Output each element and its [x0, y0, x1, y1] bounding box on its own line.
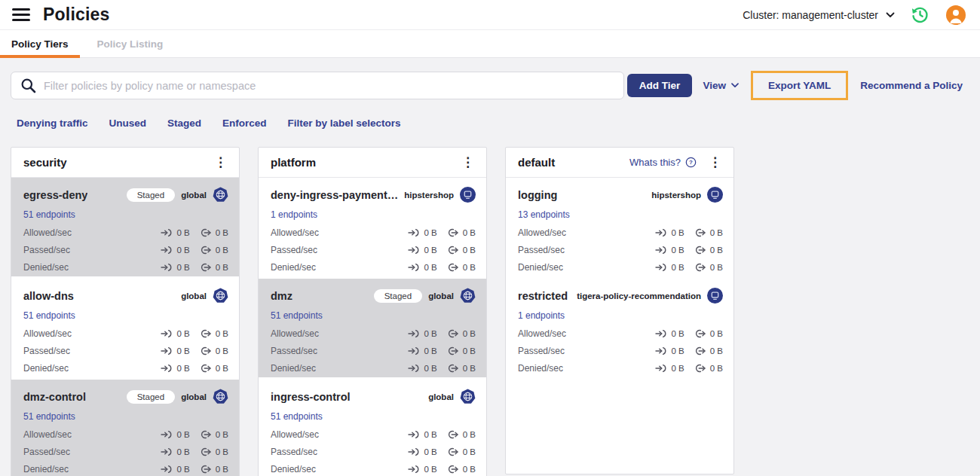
cluster-selector[interactable]: Cluster: management-cluster	[743, 9, 895, 21]
policy-card[interactable]: egress-deny Staged global 51 endpoints	[11, 178, 239, 276]
scope-label: global	[428, 392, 454, 401]
filter-unused[interactable]: Unused	[109, 117, 147, 129]
globe-scope-icon	[213, 389, 228, 404]
stat-values: 0 B 0 B	[161, 447, 228, 456]
ingress-traffic-icon	[161, 263, 173, 272]
staged-badge: Staged	[127, 188, 175, 202]
ingress-stat: 0 B	[408, 329, 436, 338]
endpoints-link[interactable]: 51 endpoints	[23, 209, 75, 220]
stat-label: Denied/sec	[271, 464, 316, 474]
endpoints-link[interactable]: 1 endpoints	[271, 209, 317, 220]
stat-values: 0 B 0 B	[408, 346, 476, 355]
namespace-icon	[707, 288, 723, 304]
stat-values: 0 B 0 B	[161, 246, 228, 255]
stat-row: Denied/sec 0 B	[23, 362, 228, 374]
tier-name: default	[518, 156, 555, 169]
egress-traffic-icon	[200, 329, 212, 338]
help-icon: ?	[685, 157, 697, 168]
policy-card[interactable]: deny-ingress-paymentservi… hipstershop 1…	[259, 178, 486, 276]
search-icon	[20, 78, 36, 93]
tab-policy-listing[interactable]: Policy Listing	[86, 30, 175, 57]
egress-stat: 0 B	[447, 430, 476, 439]
policy-name: logging	[518, 189, 557, 201]
endpoints-link[interactable]: 51 endpoints	[23, 411, 75, 422]
policy-card[interactable]: dmz Staged global 51 endpoints Allowed	[259, 276, 486, 377]
stat-label: Allowed/sec	[23, 429, 72, 440]
policy-card[interactable]: restricted tigera-policy-recommendation …	[506, 276, 733, 377]
filter-enforced[interactable]: Enforced	[222, 117, 267, 129]
filter-denying-traffic[interactable]: Denying traffic	[17, 117, 88, 129]
egress-stat: 0 B	[200, 447, 228, 456]
recommend-policy-button[interactable]: Recommend a Policy	[860, 80, 963, 91]
scope-label: global	[181, 392, 207, 401]
egress-traffic-icon	[447, 430, 459, 439]
policy-filter-input[interactable]	[44, 80, 614, 92]
filter-filter-by-label-selectors[interactable]: Filter by label selectors	[288, 117, 401, 129]
policy-card[interactable]: dmz-control Staged global 51 endpoints	[11, 377, 239, 476]
stat-values: 0 B 0 B	[161, 430, 228, 439]
filter-staged[interactable]: Staged	[167, 117, 201, 129]
egress-traffic-icon	[200, 228, 212, 237]
stat-row: Denied/sec 0 B	[23, 463, 228, 474]
ingress-value: 0 B	[176, 364, 189, 373]
staged-badge: Staged	[374, 289, 422, 303]
tier-help-link[interactable]: Whats this? ?	[629, 157, 697, 168]
scope-label: global	[181, 291, 207, 301]
egress-traffic-icon	[447, 246, 459, 255]
policy-card-header: dmz-control Staged global	[23, 388, 228, 405]
stat-label: Passed/sec	[271, 447, 317, 457]
view-dropdown[interactable]: View	[703, 80, 739, 91]
kebab-menu-icon[interactable]: ⋮	[457, 156, 479, 169]
page-title: Policies	[43, 5, 110, 25]
egress-value: 0 B	[216, 228, 228, 237]
endpoints-link[interactable]: 1 endpoints	[518, 310, 565, 321]
export-yaml-button[interactable]: Export YAML	[751, 71, 848, 100]
add-tier-button[interactable]: Add Tier	[627, 74, 693, 97]
egress-value: 0 B	[463, 263, 476, 272]
egress-stat: 0 B	[200, 329, 228, 338]
hamburger-menu-icon[interactable]	[12, 7, 30, 23]
kebab-menu-icon[interactable]: ⋮	[704, 156, 726, 169]
egress-value: 0 B	[216, 329, 228, 338]
egress-value: 0 B	[463, 430, 476, 439]
stat-label: Denied/sec	[518, 262, 563, 273]
egress-value: 0 B	[710, 246, 723, 255]
ingress-value: 0 B	[176, 430, 189, 439]
ingress-traffic-icon	[408, 246, 420, 255]
scope-label: tigera-policy-recommendation	[577, 291, 701, 301]
globe-scope-icon	[460, 389, 476, 404]
endpoints-link[interactable]: 51 endpoints	[271, 310, 323, 321]
tab-policy-tiers[interactable]: Policy Tiers	[0, 30, 80, 57]
ingress-value: 0 B	[176, 246, 189, 255]
kebab-menu-icon[interactable]: ⋮	[210, 156, 231, 169]
policy-name: allow-dns	[23, 290, 74, 302]
tier-cards: logging hipstershop 13 endpoints Allowed…	[506, 178, 733, 377]
egress-stat: 0 B	[694, 263, 723, 272]
endpoints-link[interactable]: 13 endpoints	[518, 209, 570, 220]
stat-rows: Allowed/sec 0 B	[23, 429, 228, 474]
user-avatar[interactable]	[945, 5, 966, 26]
egress-value: 0 B	[710, 228, 723, 237]
policy-card-header: ingress-control global	[271, 388, 476, 405]
ingress-stat: 0 B	[655, 329, 684, 338]
stat-label: Allowed/sec	[23, 328, 72, 339]
ingress-traffic-icon	[408, 430, 420, 439]
ingress-value: 0 B	[671, 263, 684, 272]
policy-card[interactable]: ingress-control global 51 endpoints A	[259, 377, 486, 476]
ingress-traffic-icon	[408, 346, 420, 355]
stat-row: Passed/sec 0 B	[271, 446, 476, 457]
policy-card[interactable]: allow-dns global 51 endpoints Allowed	[11, 276, 239, 377]
ingress-stat: 0 B	[161, 465, 189, 474]
policy-card[interactable]: logging hipstershop 13 endpoints Allowed…	[506, 178, 733, 276]
stat-row: Passed/sec 0 B	[23, 446, 228, 457]
app-header: Policies Cluster: management-cluster	[0, 0, 980, 30]
stat-values: 0 B 0 B	[655, 246, 723, 255]
ingress-traffic-icon	[655, 228, 667, 237]
scope-label: hipstershop	[651, 191, 701, 200]
view-dropdown-label: View	[703, 80, 726, 91]
endpoints-link[interactable]: 51 endpoints	[23, 310, 75, 321]
policy-meta: hipstershop	[651, 187, 723, 203]
tier-security: security ⋮ egress-deny Staged global	[11, 147, 240, 476]
endpoints-link[interactable]: 51 endpoints	[271, 411, 323, 422]
history-icon[interactable]	[910, 5, 930, 25]
